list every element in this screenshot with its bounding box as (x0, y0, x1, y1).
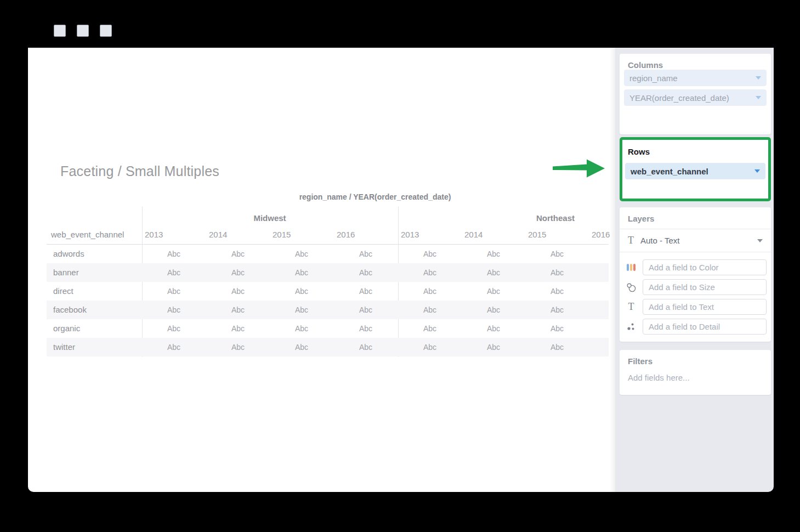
window-square-icon[interactable] (100, 25, 112, 37)
table-cell: Abc (398, 282, 462, 301)
config-sidebar: Columns region_name YEAR(order_created_d… (615, 48, 774, 492)
size-circles-icon (620, 282, 643, 292)
table-cell: Abc (142, 282, 206, 301)
table-cell: Abc (398, 263, 462, 282)
window-square-icon[interactable] (54, 25, 66, 37)
text-t-icon: T (620, 301, 643, 313)
window-titlebar (28, 14, 774, 48)
table-cell: Abc (334, 263, 398, 282)
detail-field-dropzone[interactable]: Add a field to Detail (643, 319, 767, 335)
layer-slots: Add a field to Color Add a field to Size… (620, 252, 771, 335)
table-cell: Abc (270, 319, 333, 338)
facet-group-label: Northeast (536, 213, 575, 223)
columns-panel: Columns region_name YEAR(order_created_d… (620, 54, 771, 134)
table-cell: Abc (334, 301, 398, 319)
table-row: adwordsAbcAbcAbcAbcAbcAbcAbc (47, 245, 609, 263)
facet-year-label: 2015 (528, 230, 546, 239)
table-cell: Abc (398, 319, 462, 338)
table-cell: Abc (525, 338, 589, 356)
table-cell: Abc (270, 245, 333, 263)
table-cell: Abc (525, 245, 589, 263)
table-cell: Abc (270, 301, 333, 319)
table-cell: Abc (398, 301, 462, 319)
table-cell: Abc (142, 338, 206, 356)
field-pill-label: YEAR(order_created_date) (629, 93, 729, 103)
table-cell: Abc (206, 245, 270, 263)
filters-panel-title: Filters (620, 350, 771, 366)
table-cell: Abc (525, 319, 589, 338)
layers-panel-title: Layers (620, 207, 771, 229)
row-dimension-header: web_event_channel (51, 230, 124, 239)
table-cell: Abc (462, 338, 525, 356)
field-pill-label: web_event_channel (631, 167, 708, 176)
facet-year-label: 2013 (401, 230, 419, 239)
window-body: Faceting / Small Multiples region_name /… (28, 48, 774, 492)
table-row: facebookAbcAbcAbcAbcAbcAbcAbc (47, 301, 609, 319)
window-square-icon[interactable] (77, 25, 89, 37)
table-cell: Abc (462, 263, 525, 282)
pivot-dimensions-label: region_name / YEAR(order_created_date) (299, 193, 451, 201)
detail-dots-icon (620, 322, 643, 331)
table-cell: Abc (334, 319, 398, 338)
report-canvas: Faceting / Small Multiples region_name /… (28, 48, 615, 492)
table-cell: Abc (462, 282, 525, 301)
facet-year-label: 2013 (145, 230, 163, 239)
table-cell: Abc (142, 319, 206, 338)
color-slot: Add a field to Color (620, 259, 767, 275)
layers-panel: Layers T Auto - Text Add a field to Colo… (620, 207, 771, 342)
rows-panel-highlighted: Rows web_event_channel (620, 137, 771, 201)
text-t-icon: T (628, 235, 634, 246)
table-cell: Abc (334, 245, 398, 263)
table-cell: Abc (525, 282, 589, 301)
app-window: Faceting / Small Multiples region_name /… (28, 14, 774, 492)
size-field-dropzone[interactable]: Add a field to Size (643, 279, 767, 295)
text-field-dropzone[interactable]: Add a field to Text (643, 299, 767, 315)
page: { "titlebar": { "buttons": [ { "icon": "… (0, 0, 800, 532)
facet-year-label: 2014 (209, 230, 227, 239)
row-label: facebook (53, 301, 87, 319)
chevron-down-icon[interactable] (756, 76, 761, 80)
table-cell: Abc (462, 245, 525, 263)
facet-year-label: 2016 (337, 230, 355, 239)
row-label: direct (53, 282, 73, 301)
filters-panel: Filters Add fields here... (620, 350, 771, 395)
facet-group-label: Midwest (253, 213, 286, 223)
table-cell: Abc (206, 263, 270, 282)
table-cell: Abc (270, 338, 333, 356)
table-cell: Abc (206, 282, 270, 301)
filters-dropzone[interactable]: Add fields here... (620, 366, 771, 382)
chevron-down-icon[interactable] (757, 239, 763, 242)
table-cell: Abc (270, 282, 333, 301)
detail-slot: Add a field to Detail (620, 319, 767, 335)
table-cell: Abc (398, 245, 462, 263)
row-label: adwords (53, 245, 84, 263)
field-pill-label: region_name (629, 73, 678, 83)
table-cell: Abc (142, 301, 206, 319)
facet-year-label: 2015 (273, 230, 291, 239)
field-pill-region-name[interactable]: region_name (624, 70, 767, 86)
table-cell: Abc (334, 282, 398, 301)
table-cell: Abc (462, 301, 525, 319)
table-cell: Abc (142, 245, 206, 263)
chevron-down-icon[interactable] (754, 169, 760, 173)
color-bars-icon (620, 264, 643, 271)
color-field-dropzone[interactable]: Add a field to Color (643, 259, 767, 275)
chevron-down-icon[interactable] (756, 96, 761, 99)
layer-type-selector[interactable]: T Auto - Text (620, 229, 771, 252)
columns-panel-title: Columns (620, 54, 771, 70)
field-pill-web-event-channel[interactable]: web_event_channel (625, 163, 765, 179)
page-title: Faceting / Small Multiples (60, 163, 219, 179)
text-slot: T Add a field to Text (620, 299, 767, 315)
field-pill-year-order-created-date[interactable]: YEAR(order_created_date) (624, 89, 767, 106)
size-slot: Add a field to Size (620, 279, 767, 295)
row-label: banner (53, 263, 79, 282)
table-cell: Abc (206, 338, 270, 356)
row-label: organic (53, 319, 80, 338)
table-cell: Abc (462, 319, 525, 338)
table-row: twitterAbcAbcAbcAbcAbcAbcAbc (47, 338, 609, 356)
rows-panel-title: Rows (622, 140, 768, 156)
annotation-arrow (553, 159, 605, 178)
table-cell: Abc (206, 301, 270, 319)
table-row: organicAbcAbcAbcAbcAbcAbcAbc (47, 319, 609, 338)
table-cell: Abc (398, 338, 462, 356)
